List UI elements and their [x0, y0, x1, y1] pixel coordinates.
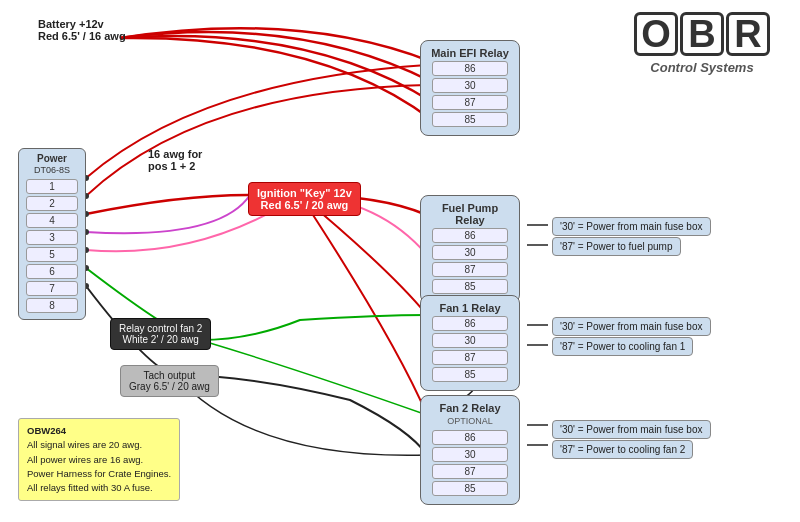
- fan2-relay-sub: OPTIONAL: [426, 416, 514, 426]
- power-pin-6: 6: [26, 264, 78, 279]
- power-pin-4: 4: [26, 213, 78, 228]
- power-connector-box: Power DT06-8S 1 2 4 3 5 6 7 8: [18, 148, 86, 320]
- power-box-title: Power: [22, 153, 82, 164]
- obr-letter-o: O: [634, 12, 678, 56]
- power-pin-3: 3: [26, 230, 78, 245]
- ignition-line1: Ignition "Key" 12v: [257, 187, 352, 199]
- main-efi-pin-86: 86: [432, 61, 508, 76]
- fuel-pump-relay-title: Fuel Pump Relay: [426, 202, 514, 226]
- obr-letter-b: B: [680, 12, 724, 56]
- fuel-pump-pin-30: 30: [432, 245, 508, 260]
- info-title: OBW264: [27, 424, 171, 438]
- fuel-pump-note-87: '87' = Power to fuel pump: [552, 237, 681, 256]
- fuel-pump-pin-85: 85: [432, 279, 508, 294]
- tach-label: Tach output Gray 6.5' / 20 awg: [120, 365, 219, 397]
- fan1-relay-box: Fan 1 Relay 86 30 87 85: [420, 295, 520, 391]
- power-pin-7: 7: [26, 281, 78, 296]
- power-pin-5: 5: [26, 247, 78, 262]
- fan2-note-30: '30' = Power from main fuse box: [552, 420, 711, 439]
- fuel-pump-pin-86: 86: [432, 228, 508, 243]
- fan1-pin-30: 30: [432, 333, 508, 348]
- fan1-note-87: '87' = Power to cooling fan 1: [552, 337, 693, 356]
- fan2-pin-30: 30: [432, 447, 508, 462]
- fan2-pin-86: 86: [432, 430, 508, 445]
- power-pin-1: 1: [26, 179, 78, 194]
- obr-logo: O B R Control Systems: [634, 12, 770, 75]
- fan1-note-30: '30' = Power from main fuse box: [552, 317, 711, 336]
- info-line4: All relays fitted with 30 A fuse.: [27, 481, 171, 495]
- ignition-label: Ignition "Key" 12v Red 6.5' / 20 awg: [248, 182, 361, 216]
- main-efi-pin-85: 85: [432, 112, 508, 127]
- fan2-relay-box: Fan 2 Relay OPTIONAL 86 30 87 85: [420, 395, 520, 505]
- fuel-pump-note-30: '30' = Power from main fuse box: [552, 217, 711, 236]
- main-efi-relay-box: Main EFI Relay 86 30 87 85: [420, 40, 520, 136]
- power-pin-2: 2: [26, 196, 78, 211]
- fuel-pump-pin-87: 87: [432, 262, 508, 277]
- fan2-pin-87: 87: [432, 464, 508, 479]
- relay-control-label: Relay control fan 2 White 2' / 20 awg: [110, 318, 211, 350]
- info-box: OBW264 All signal wires are 20 awg. All …: [18, 418, 180, 501]
- info-line2: All power wires are 16 awg.: [27, 453, 171, 467]
- info-line1: All signal wires are 20 awg.: [27, 438, 171, 452]
- info-line3: Power Harness for Crate Engines.: [27, 467, 171, 481]
- obr-letter-r: R: [726, 12, 770, 56]
- main-efi-relay-title: Main EFI Relay: [426, 47, 514, 59]
- fan2-note-87: '87' = Power to cooling fan 2: [552, 440, 693, 459]
- fan1-pin-87: 87: [432, 350, 508, 365]
- battery-label: Battery +12v Red 6.5' / 16 awg: [38, 18, 126, 42]
- relay-control-line1: Relay control fan 2: [119, 323, 202, 334]
- fan1-relay-title: Fan 1 Relay: [426, 302, 514, 314]
- obr-letters: O B R: [634, 12, 770, 56]
- power-pin-8: 8: [26, 298, 78, 313]
- tach-line2: Gray 6.5' / 20 awg: [129, 381, 210, 392]
- fuel-pump-relay-box: Fuel Pump Relay 86 30 87 85: [420, 195, 520, 303]
- ignition-line2: Red 6.5' / 20 awg: [257, 199, 352, 211]
- tach-line1: Tach output: [129, 370, 210, 381]
- main-efi-pin-87: 87: [432, 95, 508, 110]
- fan1-pin-86: 86: [432, 316, 508, 331]
- awg-label: 16 awg forpos 1 + 2: [148, 148, 202, 172]
- fan2-relay-title: Fan 2 Relay: [426, 402, 514, 414]
- relay-control-line2: White 2' / 20 awg: [119, 334, 202, 345]
- power-box-sub: DT06-8S: [22, 165, 82, 175]
- main-efi-pin-30: 30: [432, 78, 508, 93]
- fan1-pin-85: 85: [432, 367, 508, 382]
- obr-subtitle: Control Systems: [650, 60, 753, 75]
- fan2-pin-85: 85: [432, 481, 508, 496]
